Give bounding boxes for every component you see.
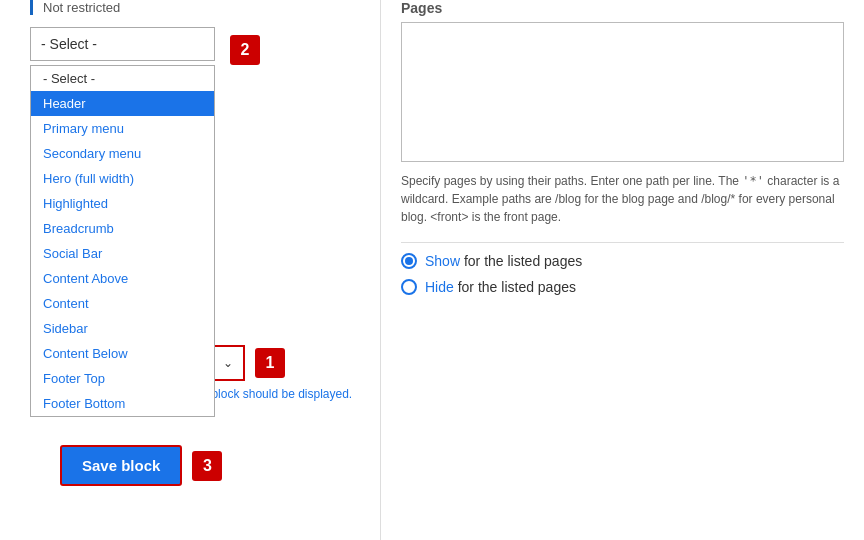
badge-1: 1 [255, 348, 285, 378]
radio-show-highlight: Show [425, 253, 460, 269]
pages-textarea[interactable] [401, 22, 844, 162]
badge-2-label: 2 [241, 41, 250, 59]
dropdown-item-secondary-menu[interactable]: Secondary menu [31, 141, 214, 166]
dropdown-item-content[interactable]: Content [31, 291, 214, 316]
dropdown-item-social-bar[interactable]: Social Bar [31, 241, 214, 266]
not-restricted-text: Not restricted [30, 0, 370, 15]
radio-hide-highlight: Hide [425, 279, 454, 295]
radio-group: Show for the listed pages Hide for the l… [401, 253, 844, 295]
dropdown-item-hero[interactable]: Hero (full width) [31, 166, 214, 191]
dropdown-item-content-above[interactable]: Content Above [31, 266, 214, 291]
radio-hide[interactable]: Hide for the listed pages [401, 279, 844, 295]
region-dropdown-container: - Select - 2 - Select - Header Primary m… [30, 27, 215, 61]
radio-show[interactable]: Show for the listed pages [401, 253, 844, 269]
radio-hide-label: Hide for the listed pages [425, 279, 576, 295]
dropdown-list: - Select - Header Primary menu Secondary… [30, 65, 215, 417]
badge-1-label: 1 [266, 354, 275, 372]
select-box-top[interactable]: - Select - [30, 27, 215, 61]
dropdown-item-highlighted[interactable]: Highlighted [31, 191, 214, 216]
save-button-container: Save block 3 [60, 445, 222, 486]
dropdown-item-content-below[interactable]: Content Below [31, 341, 214, 366]
badge-3: 3 [192, 451, 222, 481]
dropdown-item-header[interactable]: Header [31, 91, 214, 116]
left-panel: Not restricted - Select - 2 - Select - H… [0, 0, 380, 540]
chevron-down-icon: ⌄ [223, 356, 233, 370]
badge-2: 2 [230, 35, 260, 65]
pages-info-text: Specify pages by using their paths. Ente… [401, 172, 841, 226]
dropdown-item-breadcrumb[interactable]: Breadcrumb [31, 216, 214, 241]
pages-label: Pages [401, 0, 844, 16]
dropdown-item-footer-bottom[interactable]: Footer Bottom [31, 391, 214, 416]
radio-show-circle[interactable] [401, 253, 417, 269]
badge-3-label: 3 [203, 457, 212, 475]
dropdown-item-select[interactable]: - Select - [31, 66, 214, 91]
radio-hide-circle[interactable] [401, 279, 417, 295]
select-placeholder: - Select - [41, 36, 97, 52]
radio-show-label: Show for the listed pages [425, 253, 582, 269]
wildcard-char: '*' [742, 174, 764, 188]
not-restricted-label: Not restricted [43, 0, 120, 15]
divider [401, 242, 844, 243]
select-box-header[interactable]: - Select - [31, 28, 214, 60]
dropdown-item-sidebar[interactable]: Sidebar [31, 316, 214, 341]
dropdown-item-footer-top[interactable]: Footer Top [31, 366, 214, 391]
main-container: Not restricted - Select - 2 - Select - H… [0, 0, 864, 540]
right-panel: Pages Specify pages by using their paths… [380, 0, 864, 540]
dropdown-item-primary-menu[interactable]: Primary menu [31, 116, 214, 141]
save-block-button[interactable]: Save block [60, 445, 182, 486]
